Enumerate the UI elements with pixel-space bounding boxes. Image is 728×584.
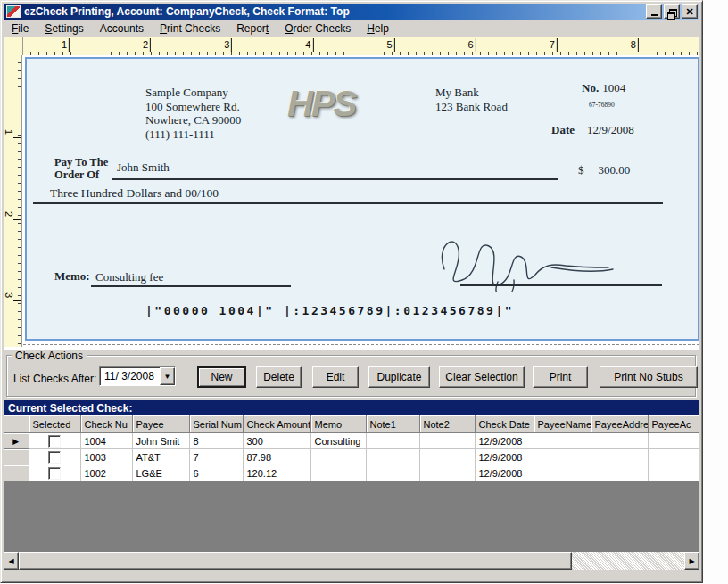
close-button[interactable]: ✕ (682, 4, 698, 19)
menu-accounts[interactable]: Accounts (92, 21, 152, 36)
row-checkbox[interactable] (48, 467, 61, 480)
signature-image (430, 228, 617, 292)
menu-print-checks[interactable]: Print Checks (152, 21, 228, 36)
column-header[interactable]: PayeeAc (648, 415, 699, 433)
cell[interactable] (591, 465, 648, 481)
company-logo: HPS (287, 84, 355, 124)
selected-cell[interactable] (29, 433, 80, 449)
row-checkbox[interactable] (48, 451, 61, 464)
cell[interactable]: 12/9/2008 (475, 433, 534, 449)
cell[interactable] (419, 449, 475, 465)
cell[interactable] (310, 449, 366, 465)
column-header[interactable] (4, 415, 29, 433)
cell[interactable]: 6 (189, 465, 243, 481)
cell[interactable]: 7 (189, 449, 243, 465)
edit-button[interactable]: Edit (312, 366, 359, 388)
cell[interactable]: 87.98 (243, 449, 310, 465)
restore-button[interactable] (664, 4, 680, 19)
new-button[interactable]: New (197, 366, 246, 388)
cell[interactable] (366, 465, 419, 481)
cell[interactable]: 300 (243, 433, 310, 449)
menu-help[interactable]: Help (359, 21, 397, 36)
print-no-stubs-button[interactable]: Print No Stubs (600, 366, 698, 388)
cell[interactable] (648, 465, 699, 481)
column-header[interactable]: Note1 (366, 415, 419, 433)
row-selector[interactable] (4, 449, 29, 465)
cell[interactable]: LG&E (132, 465, 189, 481)
column-header[interactable]: Note2 (419, 415, 475, 433)
row-checkbox[interactable] (48, 435, 61, 448)
list-after-date-value[interactable]: 11/ 3/2008 (100, 370, 160, 382)
cell[interactable] (419, 433, 475, 449)
print-button[interactable]: Print (533, 366, 588, 388)
column-header[interactable]: Check Date (475, 415, 534, 433)
app-icon (6, 5, 21, 18)
cell[interactable]: John Smit (132, 433, 189, 449)
cell[interactable]: 8 (189, 433, 243, 449)
table-row[interactable]: 1002LG&E6120.1212/9/2008 (4, 465, 699, 481)
cell[interactable]: 1004 (80, 433, 132, 449)
date-line: Date12/9/2008 (551, 123, 634, 137)
cell[interactable]: 12/9/2008 (475, 465, 534, 481)
payee-underline (112, 178, 558, 180)
minimize-button[interactable] (646, 4, 662, 19)
cell[interactable]: 1002 (80, 465, 132, 481)
scrollbar-thumb[interactable] (19, 552, 572, 570)
row-selector[interactable]: ▶ (4, 433, 29, 449)
cell[interactable]: AT&T (132, 449, 189, 465)
combobox-dropdown-button[interactable]: ▼ (160, 367, 175, 385)
cell[interactable] (310, 465, 366, 481)
cell[interactable] (366, 449, 419, 465)
selected-cell[interactable] (29, 465, 80, 481)
selected-cell[interactable] (29, 449, 80, 465)
ruler-number: 3 (224, 38, 232, 52)
cell[interactable] (648, 449, 699, 465)
table-row[interactable]: 1003AT&T787.9812/9/2008 (4, 449, 699, 465)
check-number: 1004 (602, 81, 625, 95)
cell[interactable]: 12/9/2008 (475, 449, 534, 465)
check-preview[interactable]: Sample Company 100 Somewhere Rd. Nowhere… (25, 57, 699, 341)
row-selector[interactable] (4, 465, 29, 481)
clear-selection-button[interactable]: Clear Selection (439, 366, 525, 388)
ruler-number: 4 (305, 38, 313, 52)
cell[interactable] (534, 465, 591, 481)
cell[interactable] (534, 433, 591, 449)
column-header[interactable]: PayeeAddre (591, 415, 648, 433)
column-header[interactable]: Check Nu (80, 415, 132, 433)
list-after-date-combobox[interactable]: 11/ 3/2008 ▼ (99, 366, 176, 386)
scroll-right-button[interactable]: ▶ (684, 552, 699, 570)
cell[interactable] (648, 433, 699, 449)
cell[interactable]: 120.12 (243, 465, 310, 481)
column-header[interactable]: Serial Num (189, 415, 243, 433)
window-title: ezCheck Printing, Account: CompanyCheck,… (24, 5, 350, 18)
grid-table: SelectedCheck NuPayeeSerial NumCheck Amo… (4, 415, 699, 481)
horizontal-scrollbar[interactable]: ◀ ▶ (4, 552, 699, 570)
bank-fraction: 67-76890 (589, 101, 615, 109)
duplicate-button[interactable]: Duplicate (368, 366, 430, 388)
title-bar[interactable]: ezCheck Printing, Account: CompanyCheck,… (4, 4, 699, 20)
menu-order-checks[interactable]: Order Checks (277, 21, 359, 36)
table-row[interactable]: ▶1004John Smit8300Consulting12/9/2008 (4, 433, 699, 449)
check-date: 12/9/2008 (587, 123, 634, 136)
cell[interactable] (419, 465, 475, 481)
column-header[interactable]: Memo (310, 415, 366, 433)
scroll-left-button[interactable]: ◀ (4, 552, 19, 570)
menu-settings[interactable]: Settings (37, 21, 91, 36)
pay-to-label: Pay To The Order Of (54, 157, 108, 181)
menu-report[interactable]: Report (228, 21, 277, 36)
column-header[interactable]: Check Amount (243, 415, 310, 433)
cell[interactable] (591, 449, 648, 465)
column-header[interactable]: Payee (132, 415, 189, 433)
cell[interactable]: 1003 (80, 449, 132, 465)
menu-file[interactable]: File (4, 21, 37, 36)
column-header[interactable]: PayeeName (534, 415, 591, 433)
cell[interactable] (366, 433, 419, 449)
check-actions-label: Check Actions (12, 350, 87, 362)
cell[interactable]: Consulting (310, 433, 366, 449)
list-checks-after-label: List Checks After: (13, 373, 96, 385)
cell[interactable] (534, 449, 591, 465)
delete-button[interactable]: Delete (256, 366, 302, 388)
cell[interactable] (591, 433, 648, 449)
column-header[interactable]: Selected (29, 415, 80, 433)
scrollbar-track[interactable] (572, 552, 684, 570)
